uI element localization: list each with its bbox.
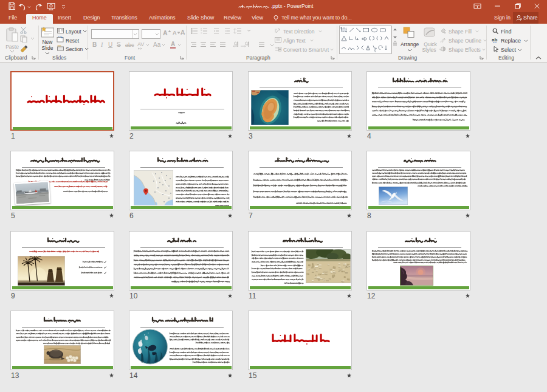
svg-text:ab: ab	[492, 37, 497, 43]
